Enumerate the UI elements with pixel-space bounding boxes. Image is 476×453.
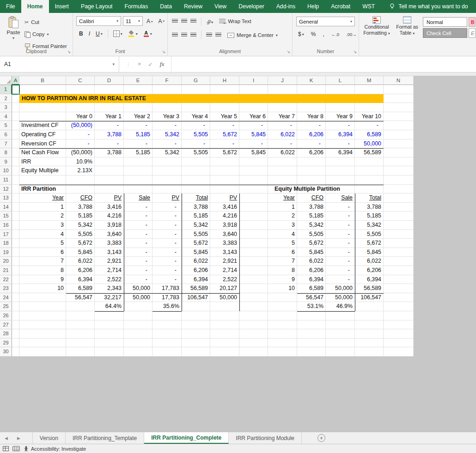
ribbon-tab-page-layout[interactable]: Page Layout	[75, 0, 118, 13]
cell-E24[interactable]: 50,000	[124, 293, 153, 302]
cell-E17[interactable]: -	[124, 230, 153, 239]
number-format-select[interactable]: General▾	[296, 17, 355, 26]
cell-J23[interactable]: 10	[268, 284, 297, 293]
cell-B13[interactable]: Year	[19, 193, 66, 203]
cell-C21[interactable]: 6,206	[66, 266, 95, 275]
cell-K24[interactable]: 56,547	[297, 293, 326, 302]
cell-I7[interactable]: -	[239, 139, 268, 149]
cell-L8[interactable]: 6,394	[326, 148, 355, 157]
cell-K13[interactable]: CFO	[297, 193, 326, 203]
cell-K21[interactable]: 6,206	[297, 266, 326, 275]
cell-B6[interactable]: Operating CF	[19, 130, 66, 139]
cell-F17[interactable]: -	[153, 230, 182, 239]
row-header-24[interactable]: 24	[0, 293, 12, 302]
cell-L21[interactable]: -	[326, 266, 355, 275]
cell-C24[interactable]: 56,547	[66, 293, 95, 302]
cell-C17[interactable]: 5,505	[66, 230, 95, 239]
cell-L20[interactable]: -	[326, 257, 355, 266]
cell-E15[interactable]: -	[124, 211, 153, 221]
row-header-7[interactable]: 7	[0, 139, 12, 149]
decrease-indent-icon[interactable]	[206, 33, 212, 37]
cell-J5[interactable]: -	[268, 121, 297, 130]
decrease-decimal-button[interactable]: .00→	[344, 31, 359, 37]
ribbon-tab-developer[interactable]: Developer	[232, 0, 270, 13]
cell-D8[interactable]: 3,788	[95, 148, 124, 157]
cell-K22[interactable]: 6,394	[297, 275, 326, 284]
cell-L19[interactable]: -	[326, 248, 355, 257]
paste-dropdown-icon[interactable]: ▾	[12, 36, 14, 40]
cell-M8[interactable]: 56,589	[355, 148, 384, 157]
cell-style-bad-partial[interactable]: B	[469, 17, 476, 27]
new-sheet-button[interactable]: +	[317, 434, 325, 442]
ribbon-tab-home[interactable]: Home	[21, 0, 49, 13]
cell-E20[interactable]: -	[124, 257, 153, 266]
cell-K17[interactable]: 5,505	[297, 230, 326, 239]
cell-F8[interactable]: 5,342	[153, 148, 182, 157]
cell-L22[interactable]: -	[326, 275, 355, 284]
underline-button[interactable]: U▾	[94, 30, 104, 37]
cell-G4[interactable]: Year 4	[182, 112, 210, 121]
cell-G5[interactable]: -	[182, 121, 210, 130]
cell-K16[interactable]: 5,342	[297, 221, 326, 230]
sheet-nav-right-icon[interactable]: ▶	[12, 432, 25, 444]
cell-B15[interactable]: 2	[19, 211, 66, 221]
column-header-I[interactable]: I	[239, 76, 268, 85]
row-header-10[interactable]: 10	[0, 166, 12, 175]
merge-center-button[interactable]: Merge & Center▾	[227, 30, 278, 40]
cell-D22[interactable]: 2,522	[95, 275, 124, 284]
cell-C7[interactable]: -	[66, 139, 95, 149]
cell-M24[interactable]: 106,547	[355, 293, 384, 302]
cell-E14[interactable]: -	[124, 203, 153, 212]
font-size-select[interactable]: 11▾	[123, 16, 143, 26]
column-header-C[interactable]: C	[66, 76, 95, 85]
cell-H5[interactable]: -	[210, 121, 239, 130]
cell-F18[interactable]: -	[153, 239, 182, 248]
cell-K15[interactable]: 5,185	[297, 211, 326, 221]
cell-B23[interactable]: 10	[19, 284, 66, 293]
accounting-format-button[interactable]: $▾	[296, 30, 306, 38]
column-header-K[interactable]: K	[297, 76, 326, 85]
accessibility-status[interactable]: Accessibility: Investigate	[24, 446, 86, 452]
row-header-8[interactable]: 8	[0, 148, 12, 157]
cell-G24[interactable]: 106,547	[182, 293, 210, 302]
cell-G21[interactable]: 6,206	[182, 266, 210, 275]
paste-button[interactable]: Paste ▾	[3, 16, 24, 40]
cell-H6[interactable]: 5,672	[210, 130, 239, 139]
cell-K5[interactable]: -	[297, 121, 326, 130]
align-middle-icon[interactable]	[181, 19, 187, 24]
cell-C8[interactable]: (50,000)	[66, 148, 95, 157]
cell-K25[interactable]: 53.1%	[297, 302, 326, 311]
cell-H7[interactable]: -	[210, 139, 239, 149]
row-header-6[interactable]: 6	[0, 130, 12, 139]
cell-B10[interactable]: Equity Multiple	[19, 166, 66, 175]
cell-D19[interactable]: 3,143	[95, 248, 124, 257]
cell-F23[interactable]: 17,783	[153, 284, 182, 293]
cell-K14[interactable]: 3,788	[297, 203, 326, 212]
cell-M17[interactable]: 5,505	[355, 230, 384, 239]
tell-me-box[interactable]: Tell me what you want to do	[383, 0, 474, 13]
ribbon-tab-view[interactable]: View	[208, 0, 232, 13]
cell-M14[interactable]: 3,788	[355, 203, 384, 212]
row-header-29[interactable]: 29	[0, 338, 12, 348]
cell-G13[interactable]: Total	[182, 193, 210, 203]
decrease-font-size-button[interactable]: A▾	[157, 18, 167, 25]
cell-J19[interactable]: 6	[268, 248, 297, 257]
font-family-select[interactable]: Calibri▾	[76, 16, 121, 26]
copy-dropdown-icon[interactable]: ▾	[47, 32, 49, 36]
cell-L15[interactable]: -	[326, 211, 355, 221]
cell-style-normal[interactable]: Normal	[423, 17, 467, 27]
cell-J21[interactable]: 8	[268, 266, 297, 275]
sheet-nav-left-icon[interactable]: ◀	[0, 432, 12, 444]
cell-L14[interactable]: -	[326, 203, 355, 212]
row-header-26[interactable]: 26	[0, 311, 12, 320]
cell-M23[interactable]: 56,589	[355, 284, 384, 293]
cell-E23[interactable]: 50,000	[124, 284, 153, 293]
cell-H21[interactable]: 2,714	[210, 266, 239, 275]
cell-H22[interactable]: 2,522	[210, 275, 239, 284]
row-header-2[interactable]: 2	[0, 94, 12, 103]
row-header-1[interactable]: 1	[0, 85, 12, 94]
cell-B5[interactable]: Investment CF	[19, 121, 66, 130]
cell-B14[interactable]: 1	[19, 203, 66, 212]
align-top-icon[interactable]	[172, 19, 178, 24]
column-header-G[interactable]: G	[182, 76, 210, 85]
